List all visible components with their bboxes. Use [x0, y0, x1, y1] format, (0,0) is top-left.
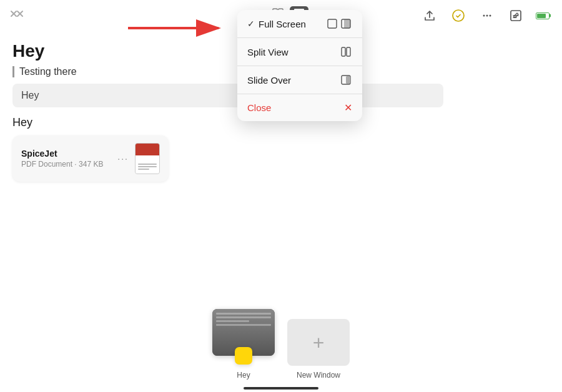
attachment-card[interactable]: SpiceJet PDF Document · 347 KB ··· — [12, 135, 169, 182]
markup-button[interactable] — [450, 7, 467, 24]
menu-item-fullscreen[interactable]: ✓ Full Screen — [237, 10, 362, 37]
top-bar-right — [421, 7, 552, 24]
dock-item-new-window[interactable]: + New Window — [287, 319, 350, 380]
fullscreen-icon — [326, 17, 338, 30]
svg-rect-16 — [328, 19, 337, 28]
svg-rect-19 — [342, 47, 345, 56]
split-view-icon — [340, 46, 352, 58]
svg-point-4 — [453, 10, 464, 21]
dock-new-label: New Window — [297, 371, 340, 380]
svg-point-5 — [483, 15, 485, 17]
attachment-info: SpiceJet PDF Document · 347 KB — [21, 149, 111, 169]
dock-hey-label: Hey — [237, 371, 250, 380]
attachment-meta: PDF Document · 347 KB — [21, 160, 111, 169]
plus-icon: + — [313, 333, 325, 353]
more-button[interactable] — [478, 7, 496, 24]
menu-item-slideover[interactable]: Slide Over — [237, 66, 362, 94]
svg-point-7 — [490, 15, 491, 17]
fullscreen-icon2 — [340, 17, 352, 30]
edit-button[interactable] — [507, 7, 525, 24]
attachment-more-icon[interactable]: ··· — [117, 154, 129, 164]
splitview-label: Split View — [247, 47, 340, 57]
check-icon: ✓ — [247, 19, 255, 29]
fullscreen-label: Full Screen — [259, 19, 326, 29]
attachment-thumbnail — [135, 143, 160, 174]
svg-rect-22 — [346, 76, 350, 84]
top-bar-left — [10, 7, 24, 24]
menu-item-splitview[interactable]: Split View — [237, 38, 362, 66]
slide-over-icon — [340, 74, 352, 86]
collapse-icon[interactable] — [10, 7, 24, 24]
dock-item-hey[interactable]: Hey — [212, 309, 275, 380]
bottom-dock: Hey + New Window — [212, 309, 350, 380]
hey-app-icon — [235, 347, 252, 365]
context-menu: ✓ Full Screen Split View Slide Over — [237, 10, 362, 121]
close-label: Close — [247, 102, 344, 113]
slideover-label: Slide Over — [247, 75, 340, 86]
battery-indicator — [536, 12, 550, 19]
note-body-input[interactable]: Hey — [12, 84, 443, 107]
svg-point-6 — [486, 15, 488, 17]
share-button[interactable] — [421, 7, 438, 24]
close-icon: ✕ — [344, 102, 352, 114]
home-bar — [244, 387, 318, 390]
menu-item-close[interactable]: Close ✕ — [237, 94, 362, 121]
svg-rect-18 — [344, 19, 350, 28]
svg-rect-20 — [347, 47, 350, 56]
attachment-name: SpiceJet — [21, 149, 111, 159]
new-window-button[interactable]: + — [287, 319, 350, 366]
